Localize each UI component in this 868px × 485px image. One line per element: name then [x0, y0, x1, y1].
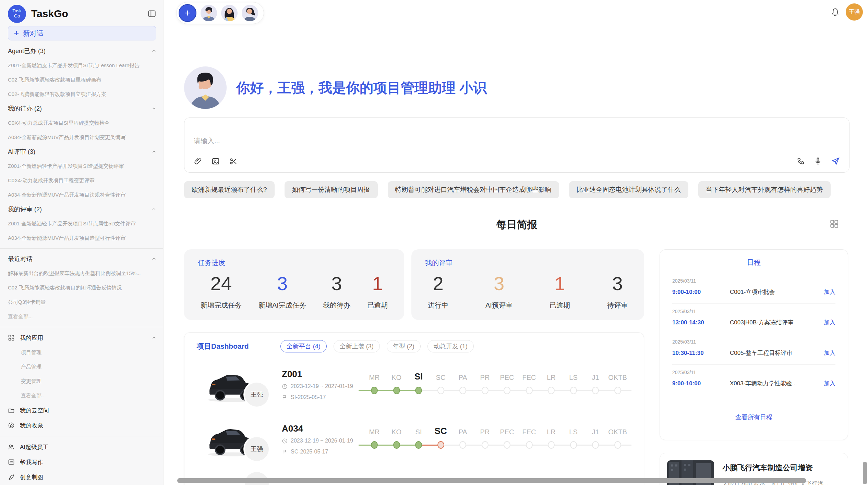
phone-icon[interactable]	[797, 157, 805, 165]
horizontal-scrollbar[interactable]	[177, 478, 806, 483]
task-item[interactable]: Z001-全新燃油轻卡产品开发项目SI节点属性5D文件评审	[0, 216, 163, 231]
chat-input[interactable]	[194, 137, 708, 145]
sidebar-item-my-apps[interactable]: 我的应用	[0, 330, 163, 345]
task-item[interactable]: C02-飞腾新能源轻客改款项目里程碑画布	[0, 73, 163, 87]
sidebar-item-creative-draw[interactable]: 创意制图	[0, 470, 163, 485]
flag-icon	[282, 395, 288, 400]
task-item[interactable]: Z001-全新燃油皮卡产品开发项目SI节点Lesson Learn报告	[0, 58, 163, 73]
event-join-link[interactable]: 加入	[824, 288, 835, 296]
sidebar-item-cloud-space[interactable]: 我的云空间	[0, 403, 163, 418]
task-item[interactable]: C02-飞腾新能源轻客改款项目立项汇报方案	[0, 87, 163, 101]
recent-item[interactable]: 公司Q3轻卡销量	[0, 295, 163, 309]
project-row[interactable]: 王强 Z001 2023-12-19 ~ 2027-01-19 SI-2025-…	[197, 361, 631, 415]
milestone-label: SI	[415, 428, 422, 436]
dashboard-tab[interactable]: 动总开发 (1)	[427, 340, 474, 352]
suggestion-chip[interactable]: 当下年轻人对汽车外观有怎样的喜好趋势	[698, 181, 831, 198]
task-item[interactable]: A034-全新新能源MUV产品开发项目造型可行性评审	[0, 231, 163, 245]
dashboard-tab[interactable]: 年型 (2)	[387, 340, 421, 352]
suggestion-chip[interactable]: 欧洲新规最近颁布了什么?	[184, 181, 275, 198]
image-icon[interactable]	[212, 157, 220, 165]
chevron-up-icon[interactable]	[152, 207, 156, 212]
section-header[interactable]: Agent已办 (3)	[0, 44, 163, 58]
user-avatar[interactable]: 王强	[846, 3, 863, 21]
brief-grid-icon[interactable]	[830, 219, 839, 228]
apps-view-all[interactable]: 查看全部...	[0, 388, 163, 403]
flag-icon	[282, 449, 288, 455]
milestone-line	[419, 390, 631, 391]
recent-item[interactable]: 解释最新出台的欧盟报废车法规再生塑料比例被调至15%...	[0, 266, 163, 281]
milestone-label: MR	[369, 374, 379, 382]
sidebar-collapse-icon[interactable]	[147, 9, 156, 18]
suggestion-chip[interactable]: 比亚迪全固态电池计划具体说了什么	[569, 181, 688, 198]
suggestion-chip[interactable]: 如何写一份清晰的项目周报	[285, 181, 378, 198]
cloud-space-label: 我的云空间	[20, 407, 49, 414]
event-row: 9:00-10:00 X003-车辆动力学性能验... 加入	[672, 380, 835, 387]
milestone-label: KO	[391, 428, 401, 436]
agent-avatar[interactable]	[221, 5, 238, 21]
stat-value: 24	[201, 272, 242, 295]
milestone-dot-future	[614, 387, 621, 394]
milestone-dot-done	[415, 387, 422, 394]
task-item[interactable]: C0X4-动力总成开发项目工程变更评审	[0, 173, 163, 188]
sidebar-item-help-write[interactable]: 帮我写作	[0, 455, 163, 470]
project-owner-badge: 王强	[245, 437, 269, 461]
project-row[interactable]: 王强 A034 2023-12-19 ~ 2026-01-19 SC-2025-…	[197, 415, 631, 470]
milestone-dot-done	[371, 387, 378, 394]
event-join-link[interactable]: 加入	[824, 319, 835, 326]
section-header[interactable]: 我的评审 (2)	[0, 202, 163, 216]
chevron-up-icon[interactable]	[152, 149, 156, 154]
microphone-icon[interactable]	[814, 157, 822, 165]
notification-bell-icon[interactable]	[831, 8, 840, 17]
milestone-label: OKTB	[608, 428, 627, 436]
recent-view-all[interactable]: 查看全部...	[0, 309, 163, 324]
event-time: 9:00-10:00	[672, 289, 730, 296]
agent-avatar[interactable]	[201, 5, 217, 21]
section-header[interactable]: AI评审 (3)	[0, 145, 163, 159]
scissors-icon[interactable]	[229, 157, 238, 165]
sidebar-item-favorites[interactable]: 我的收藏	[0, 418, 163, 433]
event-join-link[interactable]: 加入	[824, 380, 835, 387]
event-title: C003|H0B-方案冻结评审	[730, 319, 824, 326]
input-tools-left	[194, 157, 238, 165]
chevron-up-icon[interactable]	[152, 106, 156, 111]
chevron-up-icon[interactable]	[152, 49, 156, 53]
event-title: C001-立项审批会	[730, 288, 824, 296]
suggestion-chip[interactable]: 特朗普可能对进口汽车增税会对中国车企造成哪些影响	[388, 181, 559, 198]
recent-header[interactable]: 最近对话	[0, 252, 163, 266]
dashboard-tab[interactable]: 全新上装 (3)	[334, 340, 380, 352]
recent-item[interactable]: C02-飞腾新能源轻客改款项目的闭环通告反馈情况	[0, 281, 163, 295]
vertical-scrollbar[interactable]	[863, 462, 867, 484]
section-title: Agent已办 (3)	[8, 47, 46, 55]
sidebar-header: Task Go TaskGo	[0, 0, 163, 23]
attachment-icon[interactable]	[194, 157, 202, 165]
agent-avatar[interactable]	[242, 5, 258, 21]
milestone-label: SI	[414, 371, 423, 382]
schedule-view-all-link[interactable]: 查看所有日程	[672, 413, 835, 421]
stat-value: 2	[428, 272, 448, 295]
milestone-dot-future	[482, 441, 489, 449]
task-item[interactable]: A034-全新新能源MUV产品开发项目法规符合性评审	[0, 188, 163, 202]
task-section: 我的待办 (2) C0X4-动力总成开发项目SI里程碑提交物检查 A034-全新…	[0, 101, 163, 145]
milestone-dot-pending	[437, 441, 444, 449]
chevron-up-icon[interactable]	[152, 257, 156, 261]
new-chat-button[interactable]: 新对话	[8, 26, 156, 40]
event-join-link[interactable]: 加入	[824, 349, 835, 357]
section-header[interactable]: 我的待办 (2)	[0, 101, 163, 116]
milestone-timeline: MRKOSISCPAPRPECFECLRLSJ1OKTB	[359, 415, 636, 460]
app-item[interactable]: 产品管理	[0, 360, 163, 374]
milestone-label: LS	[569, 428, 577, 436]
schedule-events: 2025/03/11 9:00-10:00 C001-立项审批会 加入 2025…	[672, 273, 835, 395]
stat-item: 2 进行中	[428, 272, 448, 310]
send-icon[interactable]	[831, 157, 840, 165]
dashboard-tab[interactable]: 全新平台 (4)	[280, 340, 327, 352]
input-tools-right	[797, 157, 840, 165]
help-write-label: 帮我写作	[20, 458, 43, 466]
add-agent-button[interactable]	[179, 4, 196, 22]
task-item[interactable]: A034-全新新能源MUV产品开发项目计划变更类编写	[0, 130, 163, 145]
app-item[interactable]: 变更管理	[0, 374, 163, 388]
sidebar-item-ai-staff[interactable]: AI超级员工	[0, 439, 163, 455]
task-item[interactable]: Z001-全新燃油轻卡产品开发项目SI造型提交物评审	[0, 159, 163, 173]
app-item[interactable]: 项目管理	[0, 345, 163, 360]
task-item[interactable]: C0X4-动力总成开发项目SI里程碑提交物检查	[0, 116, 163, 130]
chevron-up-icon[interactable]	[152, 335, 156, 340]
